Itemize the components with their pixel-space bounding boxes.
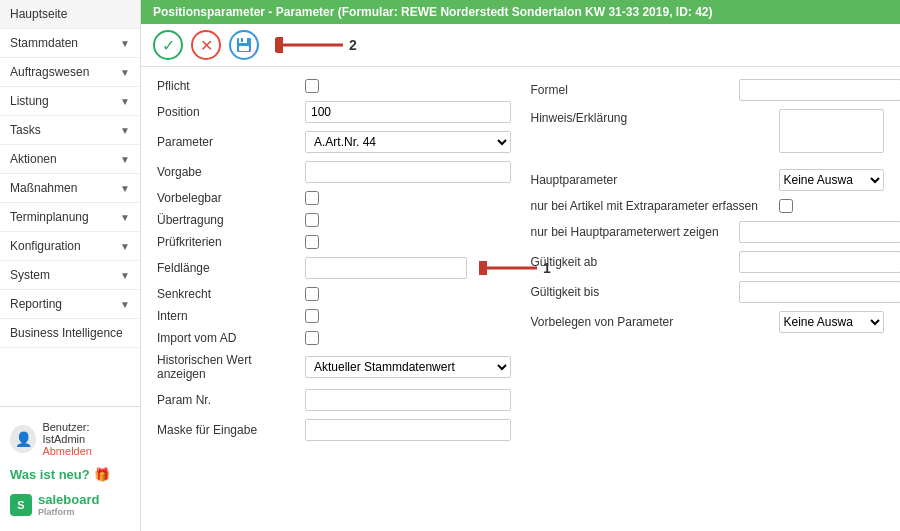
intern-checkbox[interactable] [305, 309, 319, 323]
hinweis-textarea[interactable] [779, 109, 885, 153]
sidebar-item-auftragswesen[interactable]: Auftragswesen ▼ [0, 58, 140, 87]
form-row-feldlaenge: Feldlänge 1 [157, 257, 511, 279]
gueltigkeit-bis-input[interactable] [739, 281, 901, 303]
pruefkriterien-checkbox[interactable] [305, 235, 319, 249]
form-row-vorbelegbar: Vorbelegbar [157, 191, 511, 205]
form-row-hinweis: Hinweis/Erklärung [531, 109, 885, 153]
chevron-icon: ▼ [120, 270, 130, 281]
gueltigkeit-bis-label: Gültigkeit bis [531, 285, 731, 299]
svg-rect-3 [239, 46, 249, 51]
form-row-senkrecht: Senkrecht [157, 287, 511, 301]
historischen-select[interactable]: Aktueller Stammdatenwert Historischer We… [305, 356, 511, 378]
hinweis-label: Hinweis/Erklärung [531, 109, 771, 125]
sidebar-item-terminplanung[interactable]: Terminplanung ▼ [0, 203, 140, 232]
chevron-icon: ▼ [120, 183, 130, 194]
vorgabe-input[interactable] [305, 161, 511, 183]
sidebar-item-listung[interactable]: Listung ▼ [0, 87, 140, 116]
gueltigkeit-ab-input[interactable] [739, 251, 901, 273]
feldlaenge-input[interactable] [305, 257, 467, 279]
senkrecht-checkbox[interactable] [305, 287, 319, 301]
parameter-label: Parameter [157, 135, 297, 149]
parameter-select[interactable]: A.Art.Nr. 44 B.Art.Nr. 45 [305, 131, 511, 153]
titlebar-text: Positionsparameter - Parameter (Formular… [153, 5, 712, 19]
form-right: Formel Hinweis/Erklärung Hauptparameter … [531, 79, 885, 519]
chevron-icon: ▼ [120, 125, 130, 136]
sidebar-item-stammdaten[interactable]: Stammdaten ▼ [0, 29, 140, 58]
sidebar-item-massnahmen[interactable]: Maßnahmen ▼ [0, 174, 140, 203]
chevron-icon: ▼ [120, 38, 130, 49]
chevron-icon: ▼ [120, 212, 130, 223]
form-row-extraparameter: nur bei Artikel mit Extraparameter erfas… [531, 199, 885, 213]
vorbelegbar-checkbox[interactable] [305, 191, 319, 205]
param-nr-label: Param Nr. [157, 393, 297, 407]
logout-button[interactable]: Abmelden [42, 445, 130, 457]
formel-label: Formel [531, 83, 731, 97]
form-row-intern: Intern [157, 309, 511, 323]
intern-label: Intern [157, 309, 297, 323]
cancel-button[interactable]: ✕ [191, 30, 221, 60]
vorgabe-label: Vorgabe [157, 165, 297, 179]
whats-new-button[interactable]: Was ist neu? 🎁 [10, 463, 130, 486]
hauptparameterwert-label: nur bei Hauptparameterwert zeigen [531, 225, 731, 239]
save-button[interactable] [229, 30, 259, 60]
extraparameter-checkbox[interactable] [779, 199, 793, 213]
svg-rect-2 [241, 38, 243, 42]
sidebar-item-system[interactable]: System ▼ [0, 261, 140, 290]
confirm-button[interactable]: ✓ [153, 30, 183, 60]
chevron-icon: ▼ [120, 96, 130, 107]
form-row-pruefkriterien: Prüfkriterien [157, 235, 511, 249]
form-row-uebertragung: Übertragung [157, 213, 511, 227]
hauptparameterwert-input[interactable] [739, 221, 901, 243]
form-row-pflicht: Pflicht [157, 79, 511, 93]
form-row-parameter: Parameter A.Art.Nr. 44 B.Art.Nr. 45 [157, 131, 511, 153]
pruefkriterien-label: Prüfkriterien [157, 235, 297, 249]
annotation-label-2: 2 [349, 37, 357, 53]
hauptparameter-select[interactable]: Keine Auswa [779, 169, 885, 191]
maske-label: Maske für Eingabe [157, 423, 297, 437]
pflicht-checkbox[interactable] [305, 79, 319, 93]
position-input[interactable] [305, 101, 511, 123]
form-row-gueltigkeit-ab: Gültigkeit ab [531, 251, 885, 273]
param-nr-input[interactable] [305, 389, 511, 411]
position-label: Position [157, 105, 297, 119]
arrow-annotation-2: 2 [275, 37, 357, 53]
gueltigkeit-ab-label: Gültigkeit ab [531, 255, 731, 269]
import-checkbox[interactable] [305, 331, 319, 345]
pflicht-label: Pflicht [157, 79, 297, 93]
form-row-historischen: Historischen Wert anzeigen Aktueller Sta… [157, 353, 511, 381]
form-row-hauptparameter: Hauptparameter Keine Auswa [531, 169, 885, 191]
form-row-vorbelegen: Vorbelegen von Parameter Keine Auswa [531, 311, 885, 333]
historischen-label: Historischen Wert anzeigen [157, 353, 297, 381]
sidebar-item-aktionen[interactable]: Aktionen ▼ [0, 145, 140, 174]
username-label: Benutzer: IstAdmin [42, 421, 130, 445]
chevron-icon: ▼ [120, 241, 130, 252]
uebertragung-label: Übertragung [157, 213, 297, 227]
saleboard-icon: S [10, 494, 32, 516]
saleboard-logo: S saleboard Platform [10, 486, 130, 523]
titlebar: Positionsparameter - Parameter (Formular… [141, 0, 900, 24]
sidebar-item-tasks[interactable]: Tasks ▼ [0, 116, 140, 145]
saleboard-name: saleboard [38, 492, 99, 507]
sidebar-item-business-intelligence[interactable]: Business Intelligence [0, 319, 140, 348]
sidebar-item-konfiguration[interactable]: Konfiguration ▼ [0, 232, 140, 261]
maske-input[interactable] [305, 419, 511, 441]
formel-input[interactable] [739, 79, 901, 101]
form-left: Pflicht Position Parameter A.Art.Nr. 44 … [157, 79, 511, 519]
chevron-icon: ▼ [120, 67, 130, 78]
sidebar-item-reporting[interactable]: Reporting ▼ [0, 290, 140, 319]
chevron-icon: ▼ [120, 154, 130, 165]
extraparameter-label: nur bei Artikel mit Extraparameter erfas… [531, 199, 771, 213]
uebertragung-checkbox[interactable] [305, 213, 319, 227]
feldlaenge-label: Feldlänge [157, 261, 297, 275]
form-row-hauptparameterwert: nur bei Hauptparameterwert zeigen [531, 221, 885, 243]
form-row-formel: Formel [531, 79, 885, 101]
save-icon [236, 37, 252, 53]
form-row-gueltigkeit-bis: Gültigkeit bis [531, 281, 885, 303]
vorbelegen-select[interactable]: Keine Auswa [779, 311, 885, 333]
senkrecht-label: Senkrecht [157, 287, 297, 301]
chevron-icon: ▼ [120, 299, 130, 310]
arrow-2 [275, 37, 345, 53]
sidebar-item-hauptseite[interactable]: Hauptseite [0, 0, 140, 29]
form-row-position: Position [157, 101, 511, 123]
gift-icon: 🎁 [94, 467, 110, 482]
